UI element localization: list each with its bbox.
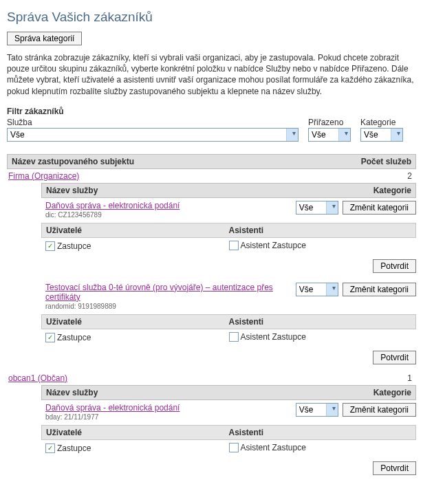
assistants-header: Asistenti: [229, 317, 412, 327]
subject-link[interactable]: Firma (Organizace): [8, 171, 79, 181]
user-checkbox-label: Zastupce: [57, 443, 91, 453]
page-title: Správa Vašich zákazníků: [7, 10, 416, 25]
users-assistants-header: UživateléAsistenti: [41, 425, 416, 440]
filter-service-label: Služba: [7, 118, 299, 127]
confirm-button[interactable]: Potvrdit: [373, 259, 416, 273]
subject-row: Firma (Organizace)2: [7, 169, 416, 183]
user-checkbox-label: Zastupce: [57, 241, 91, 251]
subjects-header-count: Počet služeb: [361, 157, 411, 166]
confirm-row: Potvrdit: [7, 347, 416, 371]
users-assistants-row: ✓ZastupceAsistent Zastupce: [41, 238, 416, 255]
subject-link[interactable]: obcan1 (Občan): [8, 373, 67, 383]
service-link[interactable]: Testovací služba 0-té úrovně (pro vývojá…: [45, 283, 273, 302]
change-category-button[interactable]: Změnit kategorii: [343, 283, 416, 296]
service-link[interactable]: Daňová správa - elektronická podání: [45, 403, 180, 413]
confirm-row: Potvrdit: [7, 457, 416, 482]
users-header: Uživatelé: [46, 317, 229, 327]
page-description: Tato stránka zobrazuje zákazníky, kteří …: [7, 52, 416, 97]
service-category-select[interactable]: Vše: [296, 283, 338, 296]
service-row: Daňová správa - elektronická podánídic: …: [41, 198, 416, 220]
filter-assigned-label: Přiřazeno: [308, 118, 351, 127]
assistant-checkbox-label: Asistent Zastupce: [241, 332, 306, 342]
users-header: Uživatelé: [46, 226, 229, 235]
confirm-row: Potvrdit: [7, 255, 416, 280]
change-category-button[interactable]: Změnit kategorii: [343, 201, 416, 215]
service-category-select[interactable]: Vše: [296, 201, 338, 215]
services-header-name: Název služby: [46, 388, 98, 397]
subjects-header: Název zastupovaného subjektu Počet služe…: [7, 154, 416, 169]
user-checkbox-label: Zastupce: [57, 333, 91, 342]
assistant-checkbox[interactable]: [229, 443, 239, 452]
assistant-checkbox-label: Asistent Zastupce: [241, 443, 306, 452]
subject-count: 2: [407, 171, 412, 181]
filter-service-select[interactable]: Vše: [7, 128, 299, 142]
user-checkbox[interactable]: ✓: [45, 443, 55, 453]
manage-categories-button[interactable]: Správa kategorií: [7, 32, 82, 45]
service-row: Testovací služba 0-té úrovně (pro vývojá…: [41, 280, 416, 311]
users-assistants-header: UživateléAsistenti: [41, 314, 416, 329]
service-category-select[interactable]: Vše: [296, 403, 338, 417]
assistant-checkbox[interactable]: [229, 241, 239, 250]
filters-heading: Filtr zákazníků: [7, 107, 416, 116]
user-checkbox[interactable]: ✓: [45, 241, 55, 251]
services-header-category: Kategorie: [373, 186, 411, 195]
filter-assigned-select[interactable]: Vše: [308, 128, 351, 142]
services-header-category: Kategorie: [373, 388, 411, 397]
service-id: dic: CZ123456789: [45, 211, 296, 219]
confirm-button[interactable]: Potvrdit: [373, 461, 416, 475]
filters-row: Služba Vše Přiřazeno Vše Kategorie Vše: [7, 118, 416, 142]
assistants-header: Asistenti: [229, 226, 412, 235]
service-row: Daňová správa - elektronická podáníbday:…: [41, 400, 416, 422]
filter-category-select[interactable]: Vše: [360, 128, 403, 142]
services-header: Název službyKategorie: [41, 385, 416, 400]
service-link[interactable]: Daňová správa - elektronická podání: [45, 201, 180, 210]
filter-category-label: Kategorie: [360, 118, 403, 127]
users-assistants-row: ✓ZastupceAsistent Zastupce: [41, 329, 416, 347]
assistant-checkbox[interactable]: [229, 332, 239, 342]
subject-row: obcan1 (Občan)1: [7, 371, 416, 385]
confirm-button[interactable]: Potvrdit: [373, 351, 416, 364]
users-header: Uživatelé: [46, 428, 229, 437]
subjects-header-name: Název zastupovaného subjektu: [12, 157, 134, 166]
users-assistants-row: ✓ZastupceAsistent Zastupce: [41, 440, 416, 457]
service-id: bday: 21/11/1977: [45, 413, 296, 421]
services-header-name: Název služby: [46, 186, 98, 195]
user-checkbox[interactable]: ✓: [45, 333, 55, 342]
assistants-header: Asistenti: [229, 428, 412, 437]
subject-count: 1: [407, 373, 412, 383]
users-assistants-header: UživateléAsistenti: [41, 223, 416, 238]
services-header: Název službyKategorie: [41, 183, 416, 198]
change-category-button[interactable]: Změnit kategorii: [343, 403, 416, 417]
assistant-checkbox-label: Asistent Zastupce: [241, 241, 306, 250]
service-id: randomid: 9191989889: [45, 303, 296, 310]
